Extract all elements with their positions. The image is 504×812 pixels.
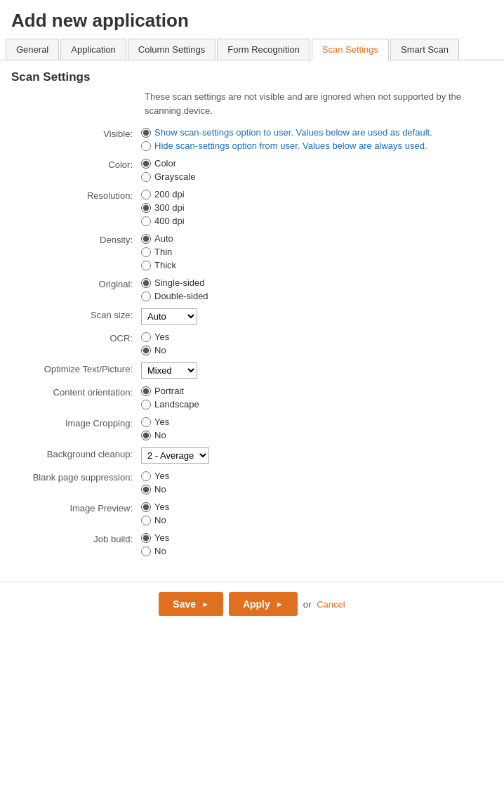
save-arrow-icon: ► — [201, 600, 209, 608]
resolution-option1[interactable]: 200 dpi — [141, 189, 185, 199]
resolution-row: Resolution: 200 dpi 300 dpi 400 dpi — [11, 189, 493, 226]
density-option3[interactable]: Thick — [141, 260, 176, 270]
image-preview-option2[interactable]: No — [141, 515, 169, 525]
tab-scan-settings[interactable]: Scan Settings — [312, 39, 389, 60]
original-option1[interactable]: Single-sided — [141, 277, 208, 288]
blank-page-option2[interactable]: No — [141, 484, 169, 495]
optimize-controls: Mixed Text Picture — [141, 362, 197, 379]
visible-row: Visible: Show scan-settings option to us… — [11, 127, 493, 151]
resolution-option3[interactable]: 400 dpi — [141, 216, 185, 226]
tab-smart-scan[interactable]: Smart Scan — [390, 39, 459, 60]
info-text: These scan settings are not visible and … — [145, 90, 493, 117]
ocr-radio2[interactable] — [141, 346, 151, 355]
resolution-radio2[interactable] — [141, 203, 151, 213]
cropping-option1-label: Yes — [154, 417, 169, 427]
cropping-option2[interactable]: No — [141, 430, 169, 440]
or-text: or — [303, 599, 312, 610]
job-build-radio1[interactable] — [141, 533, 151, 543]
tab-application[interactable]: Application — [60, 39, 126, 60]
orientation-radio2[interactable] — [141, 400, 151, 410]
density-radio1[interactable] — [141, 234, 151, 244]
original-label: Original: — [11, 277, 141, 289]
resolution-radio1[interactable] — [141, 190, 151, 199]
blank-page-radio2[interactable] — [141, 485, 151, 495]
content-orientation-controls: Portrait Landscape — [141, 386, 199, 410]
tabs-container: General Application Column Settings Form… — [0, 39, 504, 60]
tab-column-settings[interactable]: Column Settings — [128, 39, 215, 60]
orientation-option2-label: Landscape — [154, 399, 199, 410]
image-cropping-row: Image Cropping: Yes No — [11, 417, 493, 440]
visible-controls: Show scan-settings option to user. Value… — [141, 127, 432, 151]
color-option1-label: Color — [154, 158, 176, 169]
visible-radio2[interactable] — [141, 141, 151, 151]
cancel-link[interactable]: Cancel — [317, 599, 345, 610]
original-radio1[interactable] — [141, 278, 151, 288]
resolution-option1-label: 200 dpi — [154, 189, 185, 199]
density-controls: Auto Thin Thick — [141, 233, 176, 270]
content-area: These scan settings are not visible and … — [0, 90, 504, 575]
color-radio2[interactable] — [141, 172, 151, 182]
density-option2[interactable]: Thin — [141, 247, 176, 257]
job-build-radio2[interactable] — [141, 546, 151, 556]
ocr-label: OCR: — [11, 332, 141, 343]
ocr-radio1[interactable] — [141, 332, 151, 342]
optimize-row: Optimize Text/Picture: Mixed Text Pictur… — [11, 362, 493, 379]
apply-button[interactable]: Apply ► — [229, 592, 298, 616]
cropping-option2-label: No — [154, 430, 166, 440]
blank-page-radio1[interactable] — [141, 471, 151, 481]
image-preview-radio2[interactable] — [141, 516, 151, 525]
visible-option2-label: Hide scan-settings option from user. Val… — [154, 140, 427, 151]
density-radio2[interactable] — [141, 247, 151, 257]
optimize-select[interactable]: Mixed Text Picture — [141, 362, 197, 379]
image-preview-option2-label: No — [154, 515, 166, 525]
orientation-option1-label: Portrait — [154, 386, 184, 396]
tab-form-recognition[interactable]: Form Recognition — [217, 39, 310, 60]
visible-option2[interactable]: Hide scan-settings option from user. Val… — [141, 140, 432, 151]
visible-radio1[interactable] — [141, 128, 151, 138]
resolution-option2[interactable]: 300 dpi — [141, 202, 185, 213]
resolution-label: Resolution: — [11, 189, 141, 201]
job-build-option2[interactable]: No — [141, 546, 169, 556]
cropping-radio1[interactable] — [141, 417, 151, 427]
save-label: Save — [173, 598, 196, 610]
color-controls: Color Grayscale — [141, 158, 196, 182]
resolution-controls: 200 dpi 300 dpi 400 dpi — [141, 189, 185, 226]
image-preview-option1[interactable]: Yes — [141, 502, 169, 512]
background-cleanup-select[interactable]: 1 - Low 2 - Average 3 - High — [141, 447, 209, 464]
background-cleanup-row: Background cleanup: 1 - Low 2 - Average … — [11, 447, 493, 464]
density-option1[interactable]: Auto — [141, 233, 176, 244]
color-radio1[interactable] — [141, 159, 151, 169]
visible-option1-label: Show scan-settings option to user. Value… — [154, 127, 432, 138]
tab-general[interactable]: General — [6, 39, 59, 60]
ocr-option2[interactable]: No — [141, 345, 169, 355]
density-radio3[interactable] — [141, 261, 151, 270]
page-title: Add new application — [0, 0, 504, 39]
blank-page-controls: Yes No — [141, 471, 169, 495]
original-option2[interactable]: Double-sided — [141, 291, 208, 301]
blank-page-option1-label: Yes — [154, 471, 169, 481]
image-preview-radio1[interactable] — [141, 502, 151, 512]
color-option2-label: Grayscale — [154, 171, 196, 182]
color-option1[interactable]: Color — [141, 158, 196, 169]
orientation-radio1[interactable] — [141, 386, 151, 396]
color-option2[interactable]: Grayscale — [141, 171, 196, 182]
original-radio2[interactable] — [141, 292, 151, 301]
job-build-row: Job build: Yes No — [11, 532, 493, 556]
density-option2-label: Thin — [154, 247, 172, 257]
density-option1-label: Auto — [154, 233, 173, 244]
scan-size-select[interactable]: Auto A4 Letter Legal — [141, 308, 197, 325]
cropping-option1[interactable]: Yes — [141, 417, 169, 427]
job-build-option1[interactable]: Yes — [141, 532, 169, 543]
original-controls: Single-sided Double-sided — [141, 277, 208, 301]
orientation-option1[interactable]: Portrait — [141, 386, 199, 396]
visible-option1[interactable]: Show scan-settings option to user. Value… — [141, 127, 432, 138]
density-option3-label: Thick — [154, 260, 176, 270]
image-preview-label: Image Preview: — [11, 502, 141, 513]
ocr-option1[interactable]: Yes — [141, 332, 169, 342]
save-button[interactable]: Save ► — [159, 592, 223, 616]
blank-page-option1[interactable]: Yes — [141, 471, 169, 481]
orientation-option2[interactable]: Landscape — [141, 399, 199, 410]
content-orientation-label: Content orientation: — [11, 386, 141, 398]
cropping-radio2[interactable] — [141, 431, 151, 440]
resolution-radio3[interactable] — [141, 216, 151, 226]
